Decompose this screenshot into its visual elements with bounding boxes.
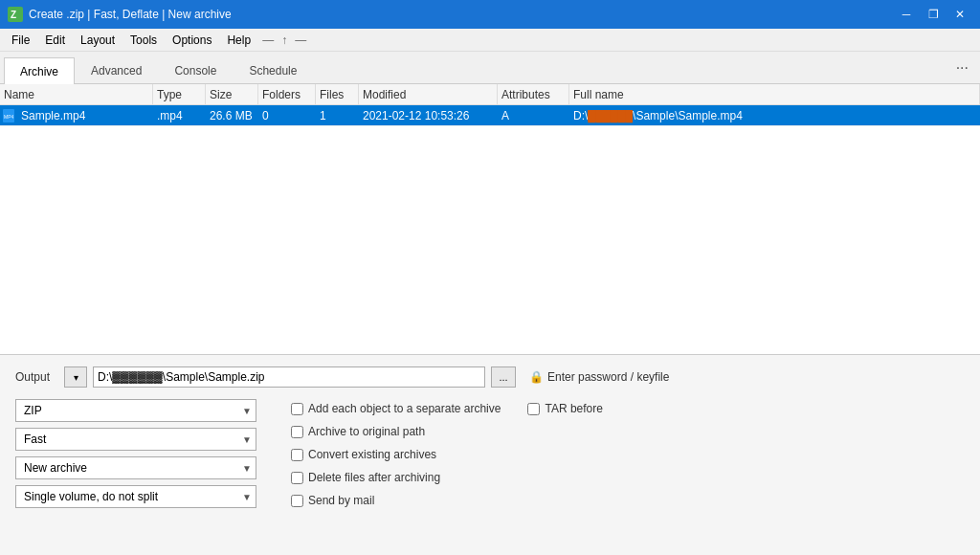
menu-edit[interactable]: Edit bbox=[37, 30, 73, 51]
file-table: Name Type Size Folders Files Modified At… bbox=[0, 84, 980, 354]
menu-separator-1: — bbox=[258, 33, 278, 47]
cell-name: Sample.mp4 bbox=[17, 107, 89, 124]
menu-separator-3: — bbox=[291, 33, 310, 47]
menu-tools[interactable]: Tools bbox=[122, 30, 165, 51]
svg-text:Z: Z bbox=[11, 10, 16, 20]
left-controls: ZIP 7Z TAR GZ ▼ Store Fast Normal Maximu… bbox=[15, 399, 264, 510]
bottom-panel: Output ▾ ... 🔒 Enter password / keyfile … bbox=[0, 354, 980, 555]
tab-archive[interactable]: Archive bbox=[4, 57, 75, 84]
output-label: Output bbox=[15, 370, 58, 384]
svg-text:MP4: MP4 bbox=[4, 114, 14, 120]
cell-attributes: A bbox=[498, 107, 569, 124]
compression-dropdown[interactable]: Store Fast Normal Maximum ▼ bbox=[15, 428, 256, 451]
minimize-button[interactable]: ─ bbox=[894, 5, 919, 24]
checkbox-send-mail[interactable]: Send by mail bbox=[291, 491, 501, 510]
right-controls-col2: TAR before bbox=[508, 399, 602, 510]
password-button[interactable]: 🔒 Enter password / keyfile bbox=[522, 366, 677, 388]
original-path-checkbox[interactable] bbox=[291, 426, 303, 438]
window-title: Create .zip | Fast, Deflate | New archiv… bbox=[29, 8, 894, 21]
col-header-modified[interactable]: Modified bbox=[359, 84, 498, 104]
menu-layout[interactable]: Layout bbox=[73, 30, 122, 51]
close-button[interactable]: ✕ bbox=[947, 5, 972, 24]
title-bar: Z Create .zip | Fast, Deflate | New arch… bbox=[0, 0, 980, 29]
archive-mode-dropdown[interactable]: New archive Add to archive Update archiv… bbox=[15, 456, 256, 479]
checkbox-original-path[interactable]: Archive to original path bbox=[291, 422, 501, 441]
cell-modified: 2021-02-12 10:53:26 bbox=[359, 107, 498, 124]
split-volume-dropdown[interactable]: Single volume, do not split Split to 10 … bbox=[15, 485, 256, 508]
browse-button[interactable]: ... bbox=[491, 366, 516, 388]
cell-fullname: D:\██████\Sample\Sample.mp4 bbox=[569, 107, 980, 124]
split-volume-select[interactable]: Single volume, do not split Split to 10 … bbox=[20, 486, 252, 507]
tab-bar: Archive Advanced Console Schedule ··· bbox=[0, 52, 980, 84]
tab-console[interactable]: Console bbox=[158, 56, 233, 83]
archive-mode-select[interactable]: New archive Add to archive Update archiv… bbox=[20, 457, 252, 478]
table-header: Name Type Size Folders Files Modified At… bbox=[0, 84, 980, 105]
format-select[interactable]: ZIP 7Z TAR GZ bbox=[20, 400, 252, 421]
file-type-icon: MP4 bbox=[0, 107, 17, 124]
menu-help[interactable]: Help bbox=[219, 30, 258, 51]
menu-options[interactable]: Options bbox=[165, 30, 219, 51]
right-controls-col1: Add each object to a separate archive Ar… bbox=[272, 399, 501, 510]
send-mail-checkbox[interactable] bbox=[291, 495, 303, 507]
output-row: Output ▾ ... 🔒 Enter password / keyfile bbox=[15, 366, 965, 388]
col-header-fullname[interactable]: Full name bbox=[569, 84, 980, 104]
format-dropdown[interactable]: ZIP 7Z TAR GZ ▼ bbox=[15, 399, 256, 422]
col-header-files[interactable]: Files bbox=[316, 84, 359, 104]
menu-bar: File Edit Layout Tools Options Help — ↑ … bbox=[0, 29, 980, 52]
tar-before-label[interactable]: TAR before bbox=[545, 402, 602, 415]
separate-archive-label[interactable]: Add each object to a separate archive bbox=[308, 402, 501, 415]
output-dropdown-button[interactable]: ▾ bbox=[64, 366, 87, 388]
col-header-folders[interactable]: Folders bbox=[258, 84, 316, 104]
send-mail-label[interactable]: Send by mail bbox=[308, 494, 374, 507]
tar-before-checkbox[interactable] bbox=[527, 403, 540, 415]
restore-button[interactable]: ❐ bbox=[921, 5, 946, 24]
cell-type: .mp4 bbox=[153, 107, 206, 124]
checkbox-separate-archive[interactable]: Add each object to a separate archive bbox=[291, 399, 501, 418]
convert-archives-label[interactable]: Convert existing archives bbox=[308, 448, 436, 461]
compression-select[interactable]: Store Fast Normal Maximum bbox=[20, 429, 252, 450]
col-header-type[interactable]: Type bbox=[153, 84, 206, 104]
tab-schedule[interactable]: Schedule bbox=[233, 56, 313, 83]
controls-row: ZIP 7Z TAR GZ ▼ Store Fast Normal Maximu… bbox=[15, 399, 965, 510]
col-header-size[interactable]: Size bbox=[206, 84, 258, 104]
delete-files-checkbox[interactable] bbox=[291, 472, 303, 484]
table-body: MP4 Sample.mp4 .mp4 26.6 MB 0 1 2021-02-… bbox=[0, 105, 980, 354]
menu-file[interactable]: File bbox=[4, 30, 37, 51]
tab-more-button[interactable]: ··· bbox=[952, 56, 972, 80]
lock-icon: 🔒 bbox=[529, 370, 544, 384]
original-path-label[interactable]: Archive to original path bbox=[308, 425, 425, 438]
delete-files-label[interactable]: Delete files after archiving bbox=[308, 471, 440, 484]
cell-folders: 0 bbox=[258, 107, 316, 124]
separate-archive-checkbox[interactable] bbox=[291, 403, 303, 415]
checkbox-delete-files[interactable]: Delete files after archiving bbox=[291, 468, 501, 487]
window-controls: ─ ❐ ✕ bbox=[894, 5, 972, 24]
menu-separator-2: ↑ bbox=[278, 33, 291, 47]
table-row[interactable]: MP4 Sample.mp4 .mp4 26.6 MB 0 1 2021-02-… bbox=[0, 105, 980, 126]
app-icon: Z bbox=[8, 7, 23, 22]
convert-archives-checkbox[interactable] bbox=[291, 449, 303, 461]
output-path-input[interactable] bbox=[93, 366, 485, 388]
checkbox-tar-before[interactable]: TAR before bbox=[527, 399, 602, 418]
password-label: Enter password / keyfile bbox=[547, 370, 669, 384]
cell-size: 26.6 MB bbox=[206, 107, 258, 124]
tab-advanced[interactable]: Advanced bbox=[75, 56, 158, 83]
col-header-attributes[interactable]: Attributes bbox=[498, 84, 569, 104]
col-header-name[interactable]: Name bbox=[0, 84, 153, 104]
checkbox-convert-archives[interactable]: Convert existing archives bbox=[291, 445, 501, 464]
redacted-path: ██████ bbox=[588, 110, 633, 122]
cell-files: 1 bbox=[316, 107, 359, 124]
